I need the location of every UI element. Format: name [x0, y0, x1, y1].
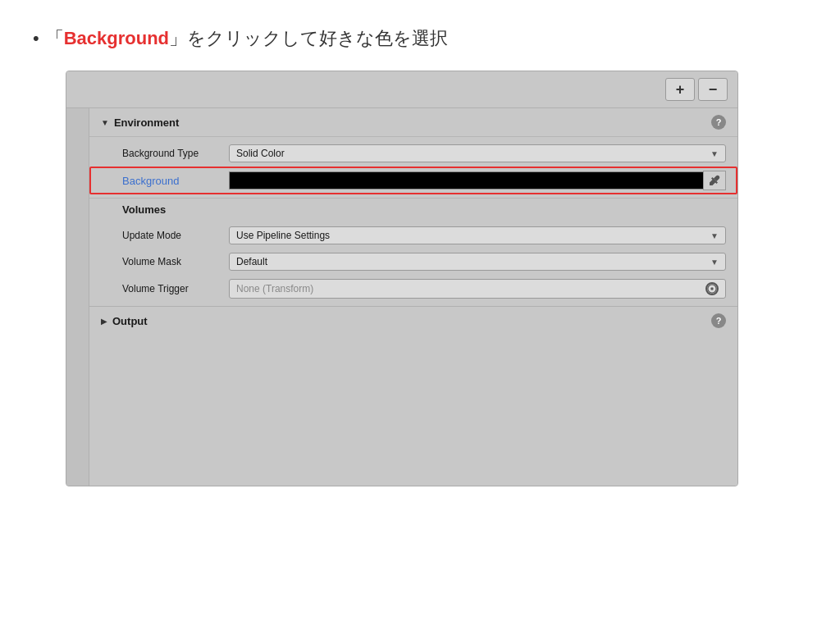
background-type-label: Background Type — [122, 148, 229, 159]
volume-trigger-field[interactable]: None (Transform) — [229, 279, 726, 299]
dropdown-arrow-icon: ▼ — [710, 231, 719, 240]
background-color-control — [229, 171, 726, 190]
environment-header-left: ▼ Environment — [101, 116, 179, 129]
color-swatch[interactable] — [229, 171, 703, 189]
volumes-properties: Update Mode Use Pipeline Settings ▼ Volu… — [89, 219, 737, 306]
remove-button[interactable]: − — [698, 78, 728, 101]
dropdown-arrow-icon: ▼ — [710, 258, 719, 267]
volume-mask-control: Default ▼ — [229, 253, 726, 271]
background-type-control: Solid Color ▼ — [229, 144, 726, 162]
environment-section: ▼ Environment ? Background Type Solid Co… — [89, 108, 737, 198]
output-header-left: ▶ Output — [101, 315, 148, 327]
background-type-value: Solid Color — [236, 148, 285, 159]
volumes-section: Volumes Update Mode Use Pipeline Setting… — [89, 198, 737, 306]
output-section-header: ▶ Output ? — [89, 307, 737, 335]
environment-section-title: Environment — [114, 116, 179, 129]
inspector-body: ▼ Environment ? Background Type Solid Co… — [66, 108, 737, 486]
target-circle-icon — [707, 283, 717, 294]
volume-mask-row: Volume Mask Default ▼ — [89, 249, 737, 275]
toolbar-buttons: + − — [665, 78, 728, 101]
update-mode-row: Update Mode Use Pipeline Settings ▼ — [89, 222, 737, 249]
instruction-highlight: Background — [64, 28, 169, 48]
inspector-sidebar — [66, 108, 89, 486]
update-mode-label: Update Mode — [122, 230, 229, 241]
instruction-text: 「Background」をクリックして好きな色を選択 — [46, 26, 448, 51]
bullet: • — [33, 28, 39, 49]
volumes-section-title: Volumes — [89, 198, 737, 219]
add-button[interactable]: + — [665, 78, 695, 101]
page: • 「Background」をクリックして好きな色を選択 + − ▼ — [0, 0, 840, 630]
environment-properties: Background Type Solid Color ▼ Background — [89, 137, 737, 198]
environment-help-icon[interactable]: ? — [711, 115, 726, 130]
expand-triangle-icon[interactable]: ▶ — [101, 317, 107, 326]
target-icon — [705, 282, 719, 295]
volume-mask-dropdown[interactable]: Default ▼ — [229, 253, 726, 271]
background-color-label[interactable]: Background — [122, 175, 229, 187]
eyedropper-button[interactable] — [703, 171, 726, 190]
dropdown-arrow-icon: ▼ — [710, 149, 719, 158]
collapse-triangle-icon[interactable]: ▼ — [101, 118, 109, 127]
inspector-panel: + − ▼ Environment ? — [66, 71, 738, 486]
environment-section-header: ▼ Environment ? — [89, 108, 737, 137]
update-mode-control: Use Pipeline Settings ▼ — [229, 226, 726, 244]
background-type-row: Background Type Solid Color ▼ — [89, 140, 737, 167]
volume-mask-value: Default — [236, 256, 267, 267]
volume-trigger-row: Volume Trigger None (Transform) — [89, 275, 737, 303]
background-type-dropdown[interactable]: Solid Color ▼ — [229, 144, 726, 162]
inspector-content: ▼ Environment ? Background Type Solid Co… — [89, 108, 737, 486]
update-mode-dropdown[interactable]: Use Pipeline Settings ▼ — [229, 226, 726, 244]
update-mode-value: Use Pipeline Settings — [236, 230, 330, 241]
color-swatch-wrapper — [229, 171, 726, 190]
inspector-toolbar: + − — [66, 71, 737, 108]
volume-trigger-control: None (Transform) — [229, 279, 726, 299]
instruction-line: • 「Background」をクリックして好きな色を選択 — [33, 26, 807, 51]
output-help-icon[interactable]: ? — [711, 313, 726, 328]
output-section-title: Output — [112, 315, 148, 327]
output-section: ▶ Output ? — [89, 306, 737, 335]
eyedropper-icon — [708, 174, 721, 187]
background-color-row: Background — [89, 167, 737, 194]
volume-trigger-label: Volume Trigger — [122, 283, 229, 294]
svg-point-2 — [710, 287, 713, 290]
volume-mask-label: Volume Mask — [122, 256, 229, 267]
volume-trigger-value: None (Transform) — [236, 283, 313, 294]
